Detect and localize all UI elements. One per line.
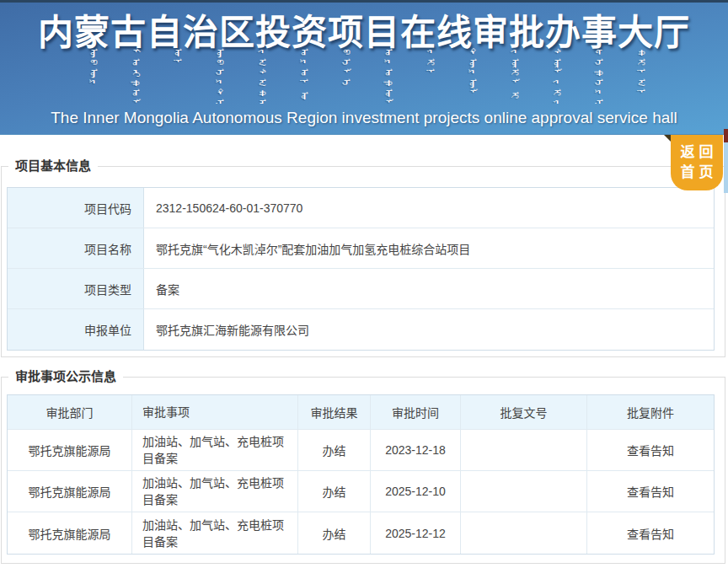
column-header-approval-time: 审批时间 — [371, 395, 461, 430]
column-header-reply-attachment: 批复附件 — [587, 395, 714, 430]
column-header-approval-item: 审批事项 — [132, 395, 298, 430]
right-edge-ribbon-fragment-track — [724, 142, 728, 193]
approval-department-cell: 鄂托克旗能源局 — [8, 512, 132, 554]
right-edge-ribbon-fragment — [724, 129, 728, 142]
approval-result-cell: 办结 — [298, 512, 371, 554]
back-button-text-line1: 返回 — [677, 142, 718, 163]
approval-result-cell: 办结 — [298, 430, 371, 471]
project-code-label: 项目代码 — [8, 188, 144, 228]
approval-department-cell: 鄂托克旗能源局 — [8, 471, 132, 512]
site-header-banner: 内蒙古自治区投资项目在线审批办事大厅 ᠥᠪᠥᠷ ᠮᠣᠩᠭᠣᠯ ᠤᠨ ᠥᠪᠡᠷᠲᠡ… — [0, 0, 728, 135]
table-row: 项目名称 鄂托克旗“气化木凯淖尔”配套加油加气加氢充电桩综合站项目 — [8, 228, 714, 269]
project-name-value: 鄂托克旗“气化木凯淖尔”配套加油加气加氢充电桩综合站项目 — [144, 228, 714, 268]
approval-item-cell: 加油站、加气站、充电桩项目备案 — [132, 471, 298, 512]
approval-item-cell: 加油站、加气站、充电桩项目备案 — [132, 430, 298, 471]
approval-item-cell: 加油站、加气站、充电桩项目备案 — [132, 512, 298, 554]
table-row: 项目代码 2312-150624-60-01-370770 — [8, 188, 714, 228]
site-title-chinese: 内蒙古自治区投资项目在线审批办事大厅 — [0, 3, 728, 55]
site-title-mongolian-script: ᠥᠪᠥᠷ ᠮᠣᠩᠭᠣᠯ ᠤᠨ ᠥᠪᠡᠷᠲᠡᠭᠡᠨ ᠵᠠᠰᠠᠬᠤ ᠣᠷᠣᠨ ᠤ ᠪ… — [72, 48, 672, 104]
approval-department-cell: 鄂托克旗能源局 — [8, 430, 132, 471]
header-top-strip — [0, 0, 728, 3]
column-header-reply-doc-number: 批复文号 — [461, 395, 587, 430]
project-type-label: 项目类型 — [8, 269, 144, 308]
reply-doc-number-cell — [461, 471, 587, 512]
section-title-approval-public-info: 审批事项公示信息 — [8, 368, 123, 385]
approval-time-cell: 2025-12-10 — [371, 471, 461, 512]
approval-time-cell: 2023-12-18 — [371, 430, 461, 471]
site-subtitle-english: The Inner Mongolia Autonomous Region inv… — [0, 109, 728, 127]
section-title-project-basic-info: 项目基本信息 — [8, 158, 98, 174]
project-info-table: 项目代码 2312-150624-60-01-370770 项目名称 鄂托克旗“… — [7, 187, 715, 351]
declaring-unit-label: 申报单位 — [8, 309, 144, 350]
reply-doc-number-cell — [461, 430, 587, 471]
approval-time-cell: 2025-12-12 — [371, 512, 461, 554]
approval-result-cell: 办结 — [298, 471, 371, 512]
section-project-basic-info: 项目基本信息 项目代码 2312-150624-60-01-370770 项目名… — [1, 166, 725, 357]
approval-table: 审批部门 审批事项 审批结果 审批时间 批复文号 批复附件 鄂托克旗能源局 加油… — [7, 394, 715, 555]
column-header-approval-department: 审批部门 — [8, 395, 132, 430]
reply-doc-number-cell — [461, 512, 587, 554]
column-header-approval-result: 审批结果 — [298, 395, 371, 430]
view-notice-link[interactable]: 查看告知 — [587, 471, 714, 512]
table-row: 申报单位 鄂托克旗汇海新能源有限公司 — [8, 309, 714, 350]
view-notice-link[interactable]: 查看告知 — [587, 512, 714, 554]
view-notice-link[interactable]: 查看告知 — [587, 430, 714, 471]
page: 内蒙古自治区投资项目在线审批办事大厅 ᠥᠪᠥᠷ ᠮᠣᠩᠭᠣᠯ ᠤᠨ ᠥᠪᠡᠷᠲᠡ… — [0, 0, 728, 568]
ribbon-fold-icon — [664, 135, 671, 142]
table-row: 项目类型 备案 — [8, 269, 714, 309]
project-type-value: 备案 — [144, 269, 714, 308]
declaring-unit-value: 鄂托克旗汇海新能源有限公司 — [144, 309, 714, 350]
section-approval-public-info: 审批事项公示信息 审批部门 审批事项 审批结果 审批时间 批复文号 批复附件 鄂… — [1, 377, 725, 564]
project-name-label: 项目名称 — [8, 228, 144, 268]
back-to-home-button[interactable]: 返回 首页 — [671, 135, 723, 190]
project-code-value: 2312-150624-60-01-370770 — [144, 188, 714, 228]
back-button-text-line2: 首页 — [677, 163, 718, 183]
